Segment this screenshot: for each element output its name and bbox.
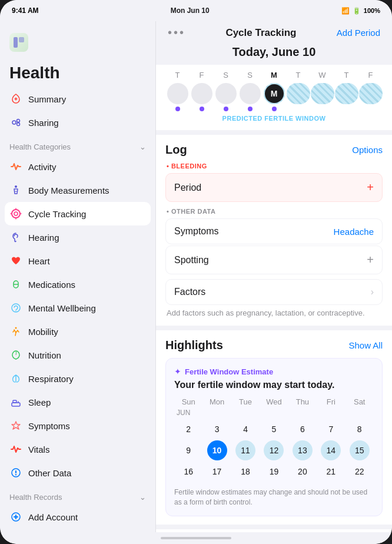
hearing-icon (9, 231, 22, 244)
cal-day-21[interactable]: 21 (321, 462, 341, 482)
cal-day-16[interactable]: 16 (178, 462, 198, 482)
log-row-symptoms[interactable]: Symptoms Headache (165, 218, 383, 244)
symptoms-log-label: Symptoms (174, 226, 219, 237)
sidebar-hearing-label: Hearing (28, 233, 59, 243)
mini-cal-month-label: JUN (174, 409, 374, 417)
sidebar-item-vitals[interactable]: Vitals (0, 437, 155, 461)
sidebar-item-cycle[interactable]: Cycle Tracking (5, 202, 151, 225)
fertile-card-subtitle: Your fertile window may start today. (174, 380, 374, 390)
cal-day-14[interactable]: 14 (321, 440, 341, 460)
nutrition-icon (9, 349, 22, 361)
home-bar (161, 537, 231, 539)
factors-description: Add factors such as pregnancy, lactation… (165, 309, 383, 317)
sidebar-item-mental[interactable]: Mental Wellbeing (0, 296, 155, 320)
sidebar-item-hearing[interactable]: Hearing (0, 225, 155, 249)
dow-sat: Sat (350, 397, 370, 406)
day-cell-6[interactable] (311, 83, 334, 111)
cal-day-5[interactable]: 5 (264, 419, 284, 439)
cal-day-2[interactable]: 2 (178, 419, 198, 439)
calendar-strip: T F S S M T W T F (156, 65, 392, 130)
sidebar-app-header (0, 28, 155, 64)
sidebar-other-label: Other Data (28, 468, 71, 478)
show-all-button[interactable]: Show All (348, 340, 383, 350)
sidebar-activity-label: Activity (28, 162, 57, 172)
day-cell-8[interactable] (359, 83, 383, 111)
cal-day-19[interactable]: 19 (264, 462, 284, 482)
factors-row[interactable]: Factors › (165, 279, 383, 305)
mini-cal-week-3: 16 17 18 19 20 21 22 (174, 462, 374, 482)
battery-percent: 100% (364, 7, 380, 14)
cal-day-4[interactable]: 4 (235, 419, 255, 439)
sidebar-item-summary[interactable]: Summary (0, 87, 155, 111)
cal-day-9[interactable]: 9 (178, 440, 198, 460)
day-label-7: T (335, 71, 358, 79)
cal-day-13[interactable]: 13 (293, 440, 313, 460)
sidebar-item-activity[interactable]: Activity (0, 155, 155, 178)
sidebar-item-sleep[interactable]: Sleep (0, 390, 155, 414)
cal-day-12[interactable]: 12 (264, 440, 284, 460)
cal-day-6[interactable]: 6 (293, 419, 313, 439)
day-cell-0[interactable] (166, 83, 190, 111)
wifi-icon: 📶 (341, 7, 350, 15)
log-options-button[interactable]: Options (352, 145, 383, 155)
sidebar-item-respiratory[interactable]: Respiratory (0, 367, 155, 390)
day-cell-today[interactable]: M (263, 83, 286, 111)
day-cell-7[interactable] (335, 83, 358, 111)
sidebar-item-heart[interactable]: Heart (0, 249, 155, 273)
sidebar-item-mobility[interactable]: Mobility (0, 320, 155, 343)
day-cell-1[interactable] (190, 83, 214, 111)
period-add-icon[interactable]: + (367, 181, 374, 194)
cal-day-17[interactable]: 17 (207, 462, 227, 482)
mini-cal-week-1: 2 3 4 5 6 7 8 (174, 419, 374, 439)
log-title: Log (165, 143, 187, 157)
day-label-1: F (190, 71, 214, 79)
svg-rect-13 (13, 400, 16, 403)
bleeding-category-label: • BLEEDING (165, 162, 383, 170)
svg-point-4 (17, 123, 20, 126)
cal-day-7[interactable]: 7 (321, 419, 341, 439)
log-row-spotting[interactable]: Spotting + (165, 246, 383, 274)
sidebar-item-meds[interactable]: Medications (0, 273, 155, 296)
sidebar-item-other[interactable]: Other Data (0, 461, 155, 485)
sidebar-sleep-label: Sleep (28, 397, 51, 407)
cal-day-18[interactable]: 18 (235, 462, 255, 482)
cal-day-3[interactable]: 3 (207, 419, 227, 439)
sidebar-meds-label: Medications (28, 280, 75, 290)
cal-day-15[interactable]: 15 (350, 440, 370, 460)
sidebar-item-sharing[interactable]: Sharing (0, 111, 155, 134)
sidebar-mental-label: Mental Wellbeing (28, 303, 96, 313)
sidebar-respiratory-label: Respiratory (28, 374, 74, 384)
mental-icon (9, 301, 22, 314)
fertile-disclaimer: Fertile window estimates may change and … (174, 487, 374, 507)
cal-day-22[interactable]: 22 (350, 462, 370, 482)
sidebar-item-nutrition[interactable]: Nutrition (0, 343, 155, 367)
body-icon (9, 184, 22, 197)
sidebar-item-symptoms[interactable]: Symptoms (0, 414, 155, 437)
sharing-icon (9, 116, 22, 129)
sidebar-item-body[interactable]: Body Measurements (0, 178, 155, 202)
day-label-3: S (238, 71, 262, 79)
app-icon (9, 33, 28, 52)
spotting-add-icon[interactable]: + (367, 253, 374, 267)
sidebar-item-add-account[interactable]: Add Account (0, 505, 155, 529)
svg-rect-1 (19, 37, 24, 42)
cal-day-20[interactable]: 20 (293, 462, 313, 482)
add-period-button[interactable]: Add Period (337, 28, 380, 38)
day-cell-2[interactable] (214, 83, 238, 111)
fertile-card-header: ✦ Fertile Window Estimate (174, 367, 374, 376)
cal-day-8[interactable]: 8 (350, 419, 370, 439)
date-heading: Today, June 10 (156, 42, 392, 65)
sidebar-cycle-label: Cycle Tracking (28, 209, 86, 219)
day-cell-3[interactable] (238, 83, 262, 111)
svg-point-9 (12, 304, 20, 312)
day-cell-5[interactable] (287, 83, 310, 111)
log-row-period[interactable]: Period + (165, 173, 383, 202)
mobility-icon (9, 325, 22, 338)
sidebar-heart-label: Heart (28, 256, 50, 266)
cal-day-10-today[interactable]: 10 (207, 440, 227, 460)
sidebar-vitals-label: Vitals (28, 445, 49, 455)
factors-label: Factors (174, 287, 205, 297)
other-icon (9, 466, 22, 479)
cal-day-11[interactable]: 11 (235, 440, 255, 460)
health-records-header: Health Records ⌄ (0, 485, 155, 505)
